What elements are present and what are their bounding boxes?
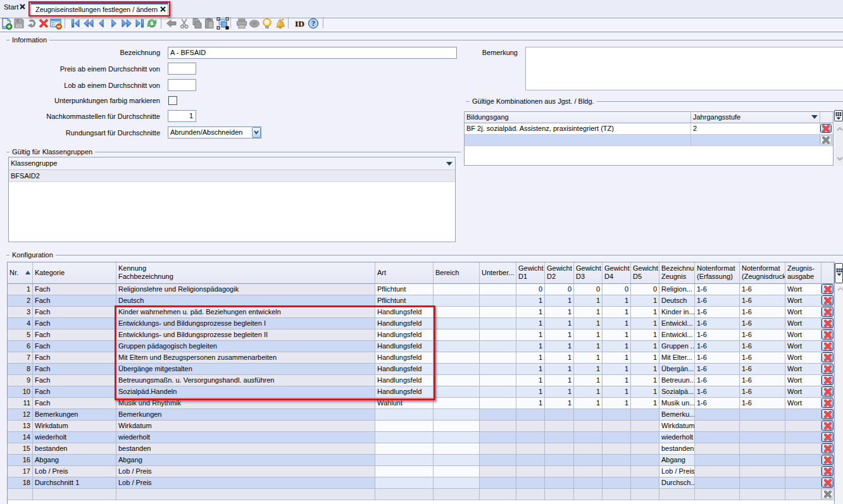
svg-text:?: ? <box>311 20 315 27</box>
